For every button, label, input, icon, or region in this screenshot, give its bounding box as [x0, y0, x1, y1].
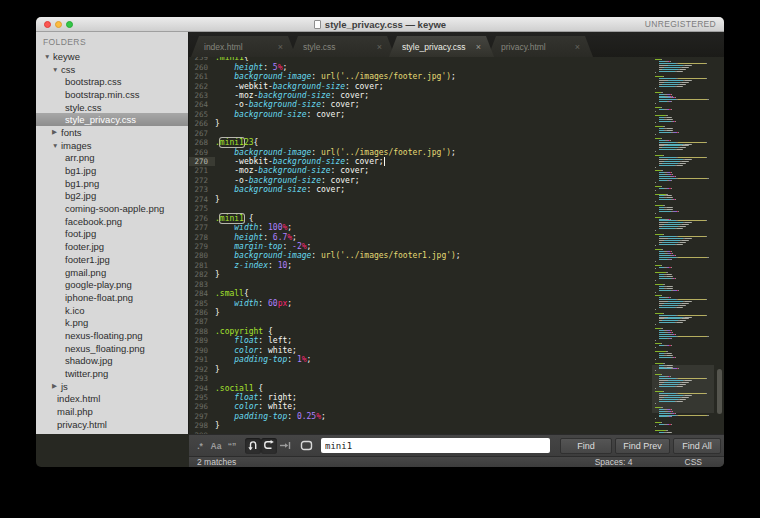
code-line-263: 263 -moz-background-size: cover; — [189, 91, 724, 100]
tree-item-label: style_privacy.css — [65, 114, 136, 125]
line-number: 283 — [189, 280, 215, 289]
code-text: -moz-background-size: cover; — [215, 166, 369, 175]
line-number: 299 — [189, 431, 215, 434]
code-editor[interactable]: 259.mini1{260 height: 5%;261 background-… — [189, 57, 724, 434]
vertical-scrollbar-thumb[interactable] — [717, 369, 722, 414]
line-number: 277 — [189, 223, 215, 232]
code-line-291: 291 padding-top: 1%; — [189, 355, 724, 364]
tree-file-footer.jpg[interactable]: footer.jpg — [36, 240, 188, 253]
in-selection-toggle-button[interactable] — [261, 438, 277, 454]
chevron-expanded-icon[interactable]: ▼ — [52, 66, 61, 73]
line-number: 261 — [189, 72, 215, 81]
line-number: 296 — [189, 402, 215, 411]
tree-file-gmail.png[interactable]: gmail.png — [36, 266, 188, 279]
close-tab-icon[interactable]: × — [476, 42, 481, 52]
tree-file-google-play.png[interactable]: google-play.png — [36, 278, 188, 291]
find-prev-button[interactable]: Find Prev — [615, 438, 670, 454]
tree-item-label: coming-soon-apple.png — [65, 203, 164, 214]
tab-privacy.html[interactable]: privacy.html× — [488, 36, 593, 57]
code-line-286: 286} — [189, 308, 724, 317]
whole-word-toggle-button[interactable]: “” — [224, 438, 240, 454]
find-button[interactable]: Find — [560, 438, 612, 454]
line-number: 275 — [189, 204, 215, 213]
tree-file-twitter.png[interactable]: twitter.png — [36, 367, 188, 380]
code-line-285: 285 width: 60px; — [189, 298, 724, 307]
tree-item-label: k.ico — [65, 305, 85, 316]
line-number: 288 — [189, 327, 215, 336]
line-number: 259 — [189, 57, 215, 62]
tree-file-facebook.png[interactable]: facebook.png — [36, 215, 188, 228]
tree-file-bootstrap.min.css[interactable]: bootstrap.min.css — [36, 88, 188, 101]
tree-folder-fonts[interactable]: ▶fonts — [36, 126, 188, 139]
preserve-case-toggle-button[interactable] — [277, 438, 293, 454]
minimap[interactable] — [655, 59, 711, 434]
tree-folder-images[interactable]: ▼images — [36, 139, 188, 152]
code-text: margin-top: -2%; — [215, 242, 311, 251]
tree-file-bootstrap.css[interactable]: bootstrap.css — [36, 75, 188, 88]
regex-toggle-button[interactable]: .* — [192, 438, 208, 454]
tree-file-index.html[interactable]: index.html — [36, 393, 188, 406]
tree-item-label: iphone-float.png — [65, 292, 133, 303]
tree-file-mail.php[interactable]: mail.php — [36, 405, 188, 418]
code-text: } — [215, 365, 220, 374]
tree-item-label: keywe — [53, 51, 80, 62]
search-match-highlight: mini1 — [220, 138, 244, 147]
syntax-status[interactable]: CSS — [685, 457, 702, 467]
code-text: -o-background-size: cover; — [215, 176, 360, 185]
find-input[interactable] — [321, 438, 550, 453]
tree-file-bg1.png[interactable]: bg1.png — [36, 177, 188, 190]
tree-file-nexus_floating.png[interactable]: nexus_floating.png — [36, 342, 188, 355]
code-line-289: 289 float: left; — [189, 336, 724, 345]
tree-item-label: js — [61, 381, 68, 392]
tree-folder-js[interactable]: ▶js — [36, 380, 188, 393]
tab-style.css[interactable]: style.css× — [290, 36, 395, 57]
tree-file-coming-soon-apple.png[interactable]: coming-soon-apple.png — [36, 202, 188, 215]
close-tab-icon[interactable]: × — [278, 42, 283, 52]
tree-file-arr.png[interactable]: arr.png — [36, 152, 188, 165]
case-sensitive-toggle-button[interactable]: Aa — [208, 438, 224, 454]
highlight-matches-icon — [300, 440, 313, 451]
tree-file-bg1.jpg[interactable]: bg1.jpg — [36, 164, 188, 177]
tree-file-style.css[interactable]: style.css — [36, 101, 188, 114]
close-tab-icon[interactable]: × — [575, 42, 580, 52]
tree-file-k.ico[interactable]: k.ico — [36, 304, 188, 317]
highlight-matches-toggle-button[interactable] — [298, 438, 314, 454]
tree-folder-keywe[interactable]: ▼keywe — [36, 50, 188, 63]
tree-item-label: k.png — [65, 317, 88, 328]
chevron-collapsed-icon[interactable]: ▶ — [52, 382, 61, 390]
tree-file-bg2.jpg[interactable]: bg2.jpg — [36, 190, 188, 203]
tab-style_privacy.css[interactable]: style_privacy.css× — [389, 36, 494, 57]
line-number: 272 — [189, 176, 215, 185]
tree-file-iphone-float.png[interactable]: iphone-float.png — [36, 291, 188, 304]
tree-file-foot.jpg[interactable]: foot.jpg — [36, 228, 188, 241]
line-number: 289 — [189, 336, 215, 345]
in-selection-icon — [263, 440, 275, 451]
tree-file-footer1.jpg[interactable]: footer1.jpg — [36, 253, 188, 266]
close-tab-icon[interactable]: × — [377, 42, 382, 52]
chevron-expanded-icon[interactable]: ▼ — [52, 142, 61, 149]
tree-file-nexus-floating.png[interactable]: nexus-floating.png — [36, 329, 188, 342]
line-number: 285 — [189, 299, 215, 308]
indentation-status[interactable]: Spaces: 4 — [595, 457, 633, 467]
close-window-button[interactable] — [44, 21, 51, 28]
tab-index.html[interactable]: index.html× — [191, 36, 296, 57]
code-text: width: 60px; — [215, 299, 292, 308]
wrap-toggle-button[interactable] — [245, 438, 261, 454]
line-number: 279 — [189, 242, 215, 251]
code-text: } — [215, 119, 220, 128]
tree-file-shadow.jpg[interactable]: shadow.jpg — [36, 355, 188, 368]
code-text: padding-top: 0.25%; — [215, 412, 326, 421]
tree-file-k.png[interactable]: k.png — [36, 316, 188, 329]
chevron-expanded-icon[interactable]: ▼ — [44, 53, 53, 60]
chevron-collapsed-icon[interactable]: ▶ — [52, 128, 61, 136]
tree-folder-css[interactable]: ▼css — [36, 63, 188, 76]
tree-file-style_privacy.css[interactable]: style_privacy.css — [36, 113, 188, 126]
line-number: 266 — [189, 119, 215, 128]
zoom-window-button[interactable] — [66, 21, 73, 28]
code-line-281: 281 z-index: 10; — [189, 261, 724, 270]
line-number: 274 — [189, 195, 215, 204]
code-line-275: 275 — [189, 204, 724, 213]
find-all-button[interactable]: Find All — [673, 438, 721, 454]
minimize-window-button[interactable] — [55, 21, 62, 28]
tree-file-privacy.html[interactable]: privacy.html — [36, 418, 188, 431]
